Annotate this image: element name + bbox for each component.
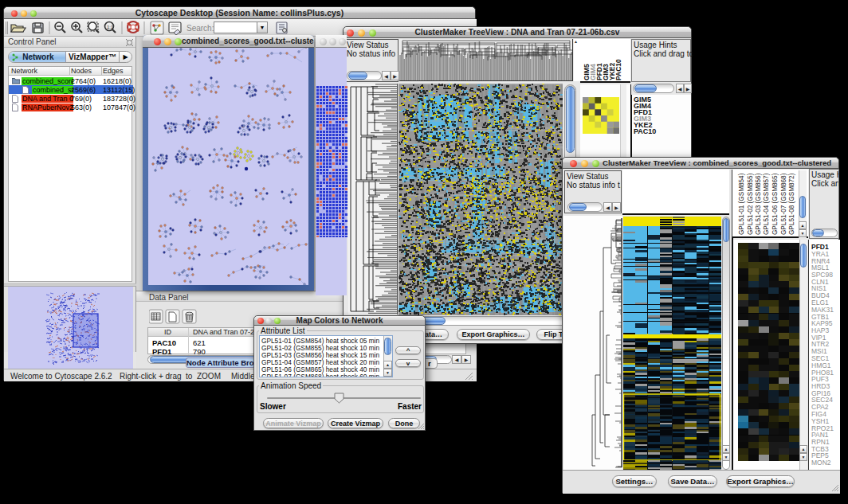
svg-text:1:1: 1:1 bbox=[107, 25, 114, 29]
